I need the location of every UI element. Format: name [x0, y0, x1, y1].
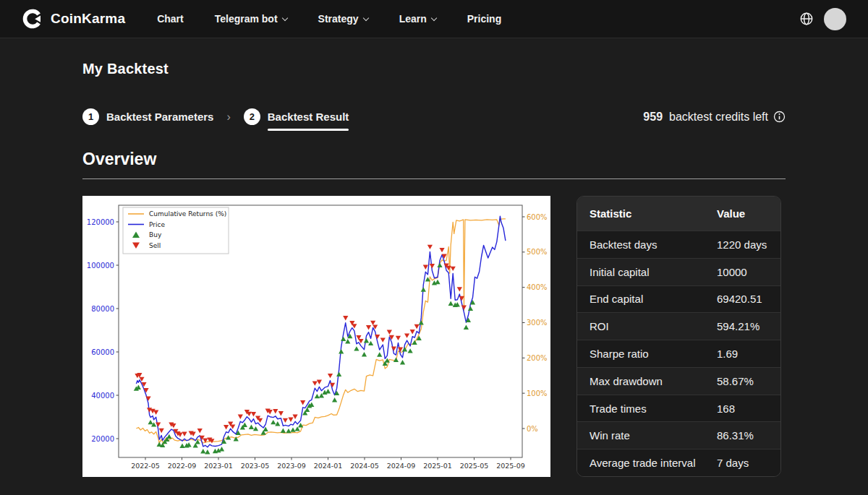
stat-value: 1.69 — [717, 348, 780, 360]
table-row: Initial capital10000 — [577, 258, 780, 285]
table-row: ROI594.21% — [577, 312, 780, 340]
svg-text:120000: 120000 — [87, 218, 114, 226]
svg-text:0%: 0% — [527, 425, 538, 433]
svg-text:Cumulative Returns (%): Cumulative Returns (%) — [149, 210, 226, 218]
table-row: Trade times168 — [577, 395, 780, 422]
stats-table-header: Statistic Value — [577, 197, 780, 231]
svg-text:2025-05: 2025-05 — [460, 462, 489, 470]
nav-item-strategy[interactable]: Strategy — [318, 13, 368, 25]
step-label: Backtest Result — [268, 111, 349, 123]
svg-text:2023-09: 2023-09 — [277, 462, 306, 470]
credits-left: 959 backtest credits left — [643, 111, 786, 124]
svg-text:2022-09: 2022-09 — [168, 462, 197, 470]
navbar: CoinKarma Chart Telegram bot Strategy Le… — [0, 0, 868, 38]
svg-text:100%: 100% — [527, 389, 548, 397]
step-number: 1 — [82, 108, 99, 125]
nav-right — [799, 8, 846, 30]
table-row: Average trade interval7 days — [577, 449, 780, 476]
globe-icon[interactable] — [799, 12, 814, 26]
svg-text:2024-05: 2024-05 — [350, 462, 379, 470]
svg-text:2023-05: 2023-05 — [241, 462, 270, 470]
nav-list: Chart Telegram bot Strategy Learn Pricin… — [157, 13, 501, 25]
svg-text:80000: 80000 — [91, 305, 114, 313]
step-number: 2 — [244, 108, 260, 125]
header-value: Value — [717, 207, 780, 220]
header-statistic: Statistic — [577, 207, 717, 220]
chevron-down-icon — [281, 14, 287, 20]
stat-value: 58.67% — [717, 375, 780, 387]
page-title: My Backtest — [82, 61, 786, 77]
nav-item-telegram-bot[interactable]: Telegram bot — [215, 13, 287, 25]
table-row: Win rate86.31% — [577, 421, 780, 449]
svg-text:40000: 40000 — [91, 392, 114, 400]
stepper-row: 1 Backtest Parameters › 2 Backtest Resul… — [82, 108, 786, 125]
backtest-chart: 200004000060000800001000001200000%100%20… — [82, 196, 550, 477]
nav-item-learn[interactable]: Learn — [399, 13, 436, 25]
section-title: Overview — [82, 150, 786, 169]
stat-value: 168 — [717, 403, 780, 415]
stat-value: 1220 days — [717, 238, 780, 251]
svg-text:Sell: Sell — [149, 242, 161, 249]
stat-value: 7 days — [717, 457, 780, 469]
table-row: Backtest days1220 days — [577, 231, 780, 258]
stat-value: 10000 — [717, 266, 780, 278]
info-icon[interactable] — [773, 111, 786, 123]
stat-label: Backtest days — [577, 238, 717, 251]
chevron-right-icon: › — [226, 111, 230, 124]
stat-label: Win rate — [577, 429, 717, 442]
stat-label: ROI — [577, 320, 717, 332]
svg-text:2023-01: 2023-01 — [204, 462, 233, 470]
stepper: 1 Backtest Parameters › 2 Backtest Resul… — [82, 108, 349, 125]
stat-label: Initial capital — [577, 266, 717, 278]
chevron-down-icon — [362, 14, 368, 20]
svg-text:300%: 300% — [527, 319, 548, 327]
svg-text:400%: 400% — [527, 283, 548, 291]
brand[interactable]: CoinKarma — [22, 8, 125, 30]
brand-name: CoinKarma — [51, 11, 125, 27]
stat-label: Trade times — [577, 403, 717, 415]
svg-text:2022-05: 2022-05 — [131, 462, 160, 470]
svg-text:Buy: Buy — [149, 231, 162, 238]
stat-label: Sharpe ratio — [577, 348, 717, 360]
stat-label: Max drawdown — [577, 375, 717, 387]
credits-label: backtest credits left — [669, 111, 768, 124]
svg-text:Price: Price — [149, 221, 165, 228]
svg-text:500%: 500% — [527, 248, 548, 256]
coinkarma-logo-icon — [22, 8, 43, 30]
avatar[interactable] — [824, 8, 846, 30]
main: My Backtest 1 Backtest Parameters › 2 Ba… — [0, 61, 868, 477]
stat-value: 86.31% — [717, 429, 780, 442]
svg-text:100000: 100000 — [87, 262, 114, 270]
svg-text:2024-09: 2024-09 — [387, 462, 416, 470]
table-row: Max drawdown58.67% — [577, 367, 780, 395]
step-label: Backtest Parameters — [106, 111, 213, 123]
svg-text:60000: 60000 — [91, 348, 114, 356]
credits-count: 959 — [643, 111, 663, 124]
svg-text:600%: 600% — [527, 213, 548, 221]
svg-text:2025-01: 2025-01 — [423, 462, 452, 470]
table-row: Sharpe ratio1.69 — [577, 340, 780, 367]
svg-text:2024-01: 2024-01 — [314, 462, 343, 470]
svg-text:20000: 20000 — [91, 435, 114, 443]
stat-label: End capital — [577, 293, 717, 305]
content-row: 200004000060000800001000001200000%100%20… — [82, 196, 786, 477]
svg-text:200%: 200% — [527, 354, 548, 362]
stats-table: Statistic Value Backtest days1220 daysIn… — [576, 196, 781, 477]
step-backtest-parameters[interactable]: 1 Backtest Parameters — [82, 108, 213, 125]
section-divider — [82, 178, 786, 179]
stat-value: 594.21% — [717, 320, 780, 332]
svg-text:2025-09: 2025-09 — [496, 462, 525, 470]
chart-canvas: 200004000060000800001000001200000%100%20… — [82, 196, 550, 477]
stat-value: 69420.51 — [717, 293, 780, 305]
table-row: End capital69420.51 — [577, 285, 780, 313]
step-backtest-result[interactable]: 2 Backtest Result — [244, 108, 349, 125]
stats-table-body: Backtest days1220 daysInitial capital100… — [577, 231, 780, 476]
nav-item-chart[interactable]: Chart — [157, 13, 184, 25]
chevron-down-icon — [431, 14, 437, 20]
stat-label: Average trade interval — [577, 457, 717, 469]
nav-item-pricing[interactable]: Pricing — [467, 13, 501, 25]
